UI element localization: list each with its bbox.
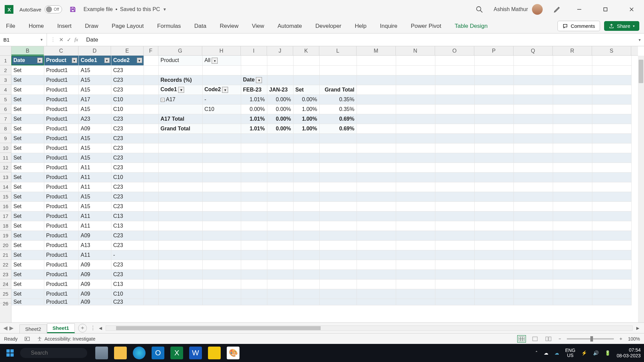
table-cell[interactable]: Set [11, 221, 44, 231]
table-cell[interactable]: A11 [78, 211, 111, 221]
start-button[interactable] [3, 346, 17, 360]
table-cell[interactable]: Product1 [44, 163, 78, 172]
next-sheet-icon[interactable]: ▶ [9, 325, 13, 331]
filter-dropdown-icon[interactable]: ▾ [212, 58, 218, 64]
table-cell[interactable]: A11 [78, 172, 111, 182]
row-header-8[interactable]: 8 [0, 124, 11, 133]
table-cell[interactable]: Product1 [44, 85, 78, 95]
table-cell[interactable]: Set [11, 269, 44, 279]
table-cell[interactable]: Product1 [44, 133, 78, 143]
scroll-right-button[interactable]: ▶ [635, 325, 641, 331]
table-cell[interactable]: C13 [111, 221, 144, 231]
table-cell[interactable]: Product1 [44, 153, 78, 163]
table-header-date[interactable]: Date▾ [11, 56, 44, 65]
table-cell[interactable]: C23 [111, 260, 144, 269]
pivot-filter-value-cell[interactable]: All▾ [202, 56, 241, 65]
cells-area[interactable]: Date▾Product▾Code1▾Code2▾ProductAll▾SetP… [11, 56, 638, 322]
accessibility-block[interactable]: Accessibility: Investigate [37, 336, 95, 342]
ribbon-tab-insert[interactable]: Insert [56, 21, 73, 32]
worksheet-grid[interactable]: BCDEFGHIJKLMNOPQRS 123456789101112131415… [0, 46, 644, 322]
col-header-F[interactable]: F [144, 46, 158, 55]
app-powerbi[interactable] [208, 347, 221, 359]
pivot-subtotal-value[interactable]: 1.00% [293, 114, 319, 124]
filter-applied-icon[interactable]: ▼ [178, 87, 184, 93]
pivot-row-field1[interactable]: Code1▼ [158, 85, 202, 95]
autosave-toggle[interactable]: Off [45, 5, 62, 13]
save-icon[interactable] [69, 6, 76, 13]
pivot-col-header[interactable]: Grand Total [319, 85, 357, 95]
table-cell[interactable]: - [111, 250, 144, 260]
table-cell[interactable]: C13 [111, 211, 144, 221]
ribbon-tab-formulas[interactable]: Formulas [156, 21, 182, 32]
table-cell[interactable]: C23 [111, 240, 144, 250]
row-header-11[interactable]: 11 [0, 153, 11, 163]
row-header-5[interactable]: 5 [0, 95, 11, 104]
app-paint[interactable]: 🎨 [227, 347, 239, 359]
filter-dropdown-icon[interactable]: ▾ [137, 58, 142, 63]
table-cell[interactable]: Product1 [44, 65, 78, 75]
pivot-title[interactable]: Records (%) [158, 75, 202, 85]
ribbon-tab-file[interactable]: File [5, 21, 16, 32]
table-cell[interactable]: A09 [78, 279, 111, 289]
app-explorer[interactable] [114, 347, 127, 359]
col-header-J[interactable]: J [267, 46, 293, 55]
table-cell[interactable]: Product1 [44, 289, 78, 299]
table-cell[interactable]: Product1 [44, 260, 78, 269]
table-cell[interactable]: A11 [78, 221, 111, 231]
row-header-14[interactable]: 14 [0, 182, 11, 192]
table-cell[interactable]: Product1 [44, 192, 78, 201]
volume-icon[interactable]: 🔊 [593, 350, 599, 356]
pivot-value[interactable]: 0.35% [319, 104, 357, 114]
pivot-row-field2[interactable]: Code2▾ [202, 85, 241, 95]
table-cell[interactable]: C10 [111, 289, 144, 299]
col-header-H[interactable]: H [202, 46, 241, 55]
pivot-col-header[interactable]: FEB-23 [241, 85, 267, 95]
row-header-7[interactable]: 7 [0, 114, 11, 124]
zoom-slider[interactable] [567, 338, 614, 340]
table-cell[interactable]: A11 [78, 163, 111, 172]
name-box[interactable]: B1 ▼ [0, 34, 47, 46]
table-cell[interactable]: Product1 [44, 75, 78, 85]
tray-chevron-icon[interactable]: ˄ [535, 350, 538, 356]
pivot-subtotal-value[interactable]: 1.01% [241, 114, 267, 124]
filter-dropdown-icon[interactable]: ▾ [104, 58, 110, 63]
table-cell[interactable]: Set [11, 289, 44, 299]
app-outlook[interactable]: O [152, 347, 164, 359]
row-header-19[interactable]: 19 [0, 231, 11, 240]
col-header-S[interactable]: S [592, 46, 631, 55]
table-cell[interactable]: C23 [111, 133, 144, 143]
table-cell[interactable]: Product1 [44, 182, 78, 192]
table-cell[interactable]: C23 [111, 269, 144, 279]
pivot-value[interactable]: 0.35% [319, 95, 357, 104]
col-header-O[interactable]: O [435, 46, 474, 55]
ribbon-tab-help[interactable]: Help [354, 21, 368, 32]
weather-icon[interactable]: ☁ [554, 350, 559, 356]
table-cell[interactable]: Product1 [44, 250, 78, 260]
table-cell[interactable]: C23 [111, 75, 144, 85]
horizontal-scrollbar[interactable] [106, 325, 633, 331]
table-header-code2[interactable]: Code2▾ [111, 56, 144, 65]
pen-icon[interactable] [553, 6, 561, 13]
filename-block[interactable]: Example file • Saved to this PC ▼ [84, 6, 167, 12]
table-cell[interactable]: Product1 [44, 201, 78, 211]
table-cell[interactable]: C23 [111, 201, 144, 211]
wifi-icon[interactable]: ⚡ [581, 350, 587, 356]
ribbon-tab-power-pivot[interactable]: Power Pivot [410, 21, 443, 32]
taskbar-search-input[interactable] [31, 350, 98, 356]
row-header-4[interactable]: 4 [0, 85, 11, 95]
enter-icon[interactable]: ✓ [67, 37, 71, 43]
table-cell[interactable]: Product1 [44, 211, 78, 221]
table-cell[interactable]: A09 [78, 260, 111, 269]
table-cell[interactable]: A15 [78, 104, 111, 114]
table-cell[interactable]: A15 [78, 153, 111, 163]
row-header-12[interactable]: 12 [0, 163, 11, 172]
app-word[interactable]: W [189, 347, 202, 359]
maximize-button[interactable] [598, 3, 613, 16]
col-header-R[interactable]: R [553, 46, 592, 55]
collapse-icon[interactable]: − [161, 98, 165, 102]
col-header-L[interactable]: L [319, 46, 357, 55]
table-cell[interactable]: A15 [78, 192, 111, 201]
table-cell[interactable]: Product1 [44, 172, 78, 182]
col-header-C[interactable]: C [44, 46, 78, 55]
table-cell[interactable]: A15 [78, 201, 111, 211]
